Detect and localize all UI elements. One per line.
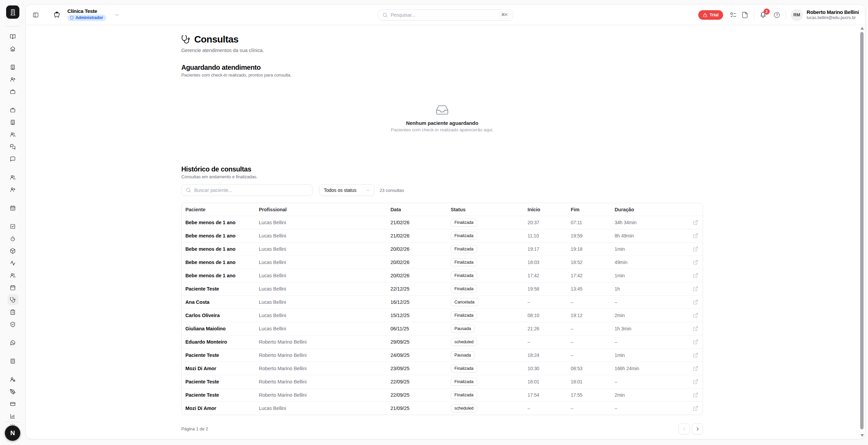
user-menu[interactable]: Roberto Marino Bellini lucas.bellini@edu… (807, 10, 859, 20)
sidebar-item-briefcase[interactable] (7, 104, 18, 115)
open-consultation-button[interactable] (688, 233, 703, 238)
sidebar-footer: N (0, 421, 26, 445)
topbar-separator (786, 11, 786, 19)
tasks-button[interactable] (730, 12, 737, 18)
history-section: Histórico de consultas Consultas em anda… (181, 165, 865, 434)
sidebar-item-building[interactable] (7, 117, 18, 128)
column-header-profissional: Profissional (259, 207, 390, 212)
table-row: Bebe menos de 1 anoLucas Bellini21/02/26… (182, 229, 703, 242)
column-header-início: Início (528, 207, 571, 212)
cell-duration: – (615, 406, 688, 411)
open-consultation-button[interactable] (688, 299, 703, 305)
sidebar-item-building[interactable] (7, 62, 18, 72)
sidebar-item-square-check[interactable] (7, 221, 18, 232)
sidebar-section (7, 61, 18, 98)
open-consultation-button[interactable] (688, 406, 703, 411)
floating-widget-button[interactable]: N (5, 425, 20, 441)
sidebar-item-message-square[interactable] (7, 153, 18, 164)
sidebar-section (7, 355, 18, 367)
patient-search-input[interactable] (194, 187, 308, 193)
chevron-right-icon (695, 426, 700, 432)
sidebar-item-pen-tool[interactable] (7, 386, 18, 397)
open-consultation-button[interactable] (688, 352, 703, 358)
sidebar-item-user-cog[interactable] (7, 374, 18, 385)
open-consultation-button[interactable] (688, 366, 703, 371)
cell-start: 18:24 (528, 352, 571, 358)
sidebar-item-package[interactable] (7, 245, 18, 256)
patient-search[interactable] (181, 184, 313, 196)
sidebar-item-bar-chart[interactable] (7, 411, 18, 422)
sidebar-item-calculator[interactable] (7, 356, 18, 366)
sidebar-item-timer[interactable] (7, 233, 18, 244)
global-search-input[interactable] (391, 12, 496, 18)
open-consultation-button[interactable] (688, 379, 703, 384)
trial-badge[interactable]: Trial (698, 10, 723, 20)
documents-button[interactable] (741, 12, 748, 18)
user-avatar[interactable]: RM (791, 9, 803, 21)
table-row: Paciente TesteRoberto Marino Bellini22/0… (182, 375, 703, 388)
status-badge: Finalizada (451, 232, 477, 240)
sidebar-section (7, 171, 18, 196)
sidebar-item-messages-square[interactable] (7, 141, 18, 152)
global-search[interactable]: ⌘K (378, 10, 513, 20)
cell-prof: Lucas Bellini (259, 326, 390, 331)
notification-count-badge: 2 (764, 9, 770, 15)
cell-date: 20/02/26 (390, 260, 451, 265)
open-consultation-button[interactable] (688, 273, 703, 278)
previous-page-button[interactable] (679, 423, 690, 434)
sidebar-item-users[interactable] (7, 270, 18, 281)
sidebar-item-users[interactable] (7, 129, 18, 140)
open-consultation-button[interactable] (688, 220, 703, 225)
stethoscope-icon (10, 297, 16, 303)
cell-status: Cancelada (451, 298, 528, 306)
sidebar-item-whatsapp[interactable] (7, 337, 18, 348)
clinic-switcher[interactable]: Clínica Teste Administrador (67, 9, 106, 21)
sidebar-toggle-button[interactable] (31, 10, 41, 20)
sidebar-item-user-plus[interactable] (7, 74, 18, 85)
app-logo[interactable] (6, 5, 19, 19)
cell-duration: 1min (615, 352, 688, 358)
open-consultation-button[interactable] (688, 326, 703, 331)
scrollbar-up-arrow[interactable] (861, 27, 864, 30)
open-consultation-button[interactable] (688, 260, 703, 265)
sidebar-item-activity[interactable] (7, 258, 18, 268)
cell-patient: Bebe menos de 1 ano (185, 273, 259, 278)
help-button[interactable] (773, 12, 780, 18)
cell-prof: Lucas Bellini (259, 220, 390, 225)
sidebar-item-clipboard-list[interactable] (7, 307, 18, 317)
shield-icon (70, 16, 74, 20)
sidebar-item-home[interactable] (7, 43, 18, 54)
next-page-button[interactable] (692, 423, 703, 434)
open-consultation-button[interactable] (688, 246, 703, 252)
sidebar-item-user-plus[interactable] (7, 184, 18, 195)
open-consultation-button[interactable] (688, 286, 703, 292)
whatsapp-icon (10, 340, 16, 346)
table-row: Bebe menos de 1 anoLucas Bellini21/02/26… (182, 216, 703, 229)
cell-end: 17:42 (571, 273, 615, 278)
sidebar-item-calendar[interactable] (7, 282, 18, 293)
cell-patient: Bebe menos de 1 ano (185, 246, 259, 252)
sidebar-item-credit-card[interactable] (7, 398, 18, 409)
cell-status: Finalizada (451, 311, 528, 319)
cell-status: Finalizada (451, 271, 528, 280)
open-consultation-button[interactable] (688, 313, 703, 318)
sidebar-item-book-open[interactable] (7, 31, 18, 42)
clinic-name: Clínica Teste (67, 9, 106, 14)
chevron-down-icon[interactable] (114, 12, 119, 17)
sidebar-rail: N (0, 0, 26, 445)
sidebar-item-shield-check[interactable] (7, 319, 18, 330)
sidebar-item-stethoscope[interactable] (7, 294, 18, 305)
scrollbar-thumb[interactable] (860, 32, 864, 429)
scrollbar-down-arrow[interactable] (861, 434, 864, 437)
main-card: Clínica Teste Administrador ⌘K Trial (26, 4, 865, 439)
sidebar-item-briefcase[interactable] (7, 86, 18, 97)
open-consultation-button[interactable] (688, 339, 703, 345)
status-filter-select[interactable]: Todos os status (319, 184, 374, 196)
table-row: Carlos OliveiraLucas Bellini15/12/25Fina… (182, 309, 703, 322)
sidebar-item-users[interactable] (7, 172, 18, 183)
building-logo-icon (9, 9, 17, 16)
notifications-button[interactable]: 2 (760, 11, 767, 18)
table-row: Paciente TesteLucas Bellini22/12/25Final… (182, 282, 703, 295)
sidebar-item-calendar-days[interactable] (7, 202, 18, 213)
open-consultation-button[interactable] (688, 392, 703, 398)
